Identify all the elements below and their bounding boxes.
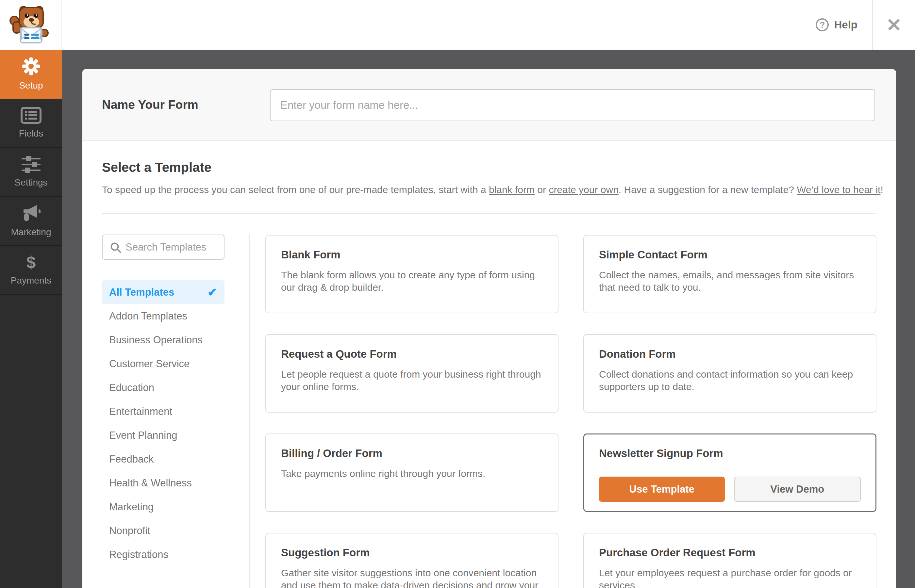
category-label: Addon Templates [109,310,187,322]
template-card-suggestion-form[interactable]: Suggestion Form Gather site visitor sugg… [265,533,558,588]
template-card-purchase-order-request-form[interactable]: Purchase Order Request Form Let your emp… [583,533,876,588]
suggest-template-link[interactable]: We’d love to hear it [797,184,880,195]
category-label: All Templates [109,286,174,298]
category-entertainment[interactable]: Entertainment [102,399,225,423]
blank-form-link[interactable]: blank form [489,184,535,195]
sidebar-item-settings[interactable]: Settings [0,148,62,197]
help-icon: ? [816,18,829,31]
wpforms-logo [0,0,62,50]
template-card-request-a-quote-form[interactable]: Request a Quote Form Let people request … [265,334,558,413]
category-education[interactable]: Education [102,376,225,399]
category-health-wellness[interactable]: Health & Wellness [102,471,225,495]
sidebar-item-label: Settings [15,178,47,188]
category-label: Feedback [109,454,154,465]
template-description: Let people request a quote from your bus… [281,368,543,393]
template-name: Simple Contact Form [599,248,861,262]
form-builder-screen: ? Help ✕ Setup [0,0,915,588]
template-card-actions: Use Template View Demo [599,477,861,502]
template-name: Purchase Order Request Form [599,546,861,560]
category-event-planning[interactable]: Event Planning [102,423,225,447]
category-label: Business Operations [109,334,203,346]
sidebar-item-label: Marketing [11,227,51,237]
megaphone-icon [21,204,41,223]
template-search [102,234,225,260]
template-name: Request a Quote Form [281,347,543,361]
intro-text: or [535,184,549,195]
category-business-operations[interactable]: Business Operations [102,328,225,352]
fields-list-icon [21,107,42,124]
category-registrations[interactable]: Registrations [102,543,225,567]
sidebar-item-label: Payments [11,275,52,286]
template-description: Collect the names, emails, and messages … [599,269,861,294]
template-card-newsletter-signup-form[interactable]: Newsletter Signup Form Use Template View… [583,433,876,512]
select-template-title: Select a Template [102,160,212,175]
select-template-intro: To speed up the process you can select f… [102,184,883,195]
sidebar-item-label: Fields [19,128,44,139]
category-all-templates[interactable]: All Templates ✔ [102,280,225,304]
section-divider [102,213,876,214]
category-feedback[interactable]: Feedback [102,447,225,471]
category-label: Education [109,382,154,394]
search-templates-input[interactable] [126,236,223,258]
form-name-input[interactable] [270,89,875,121]
category-label: Nonprofit [109,525,150,537]
template-name: Billing / Order Form [281,447,543,460]
view-demo-button[interactable]: View Demo [734,477,861,502]
close-icon: ✕ [886,15,902,36]
sidebar-item-fields[interactable]: Fields [0,99,62,148]
template-name: Suggestion Form [281,546,543,560]
help-label: Help [834,19,857,31]
sidebar-item-setup[interactable]: Setup [0,50,62,99]
setup-panel: Name Your Form Select a Template To spee… [82,69,896,588]
search-icon [110,242,121,254]
sidebar-item-payments[interactable]: $ Payments [0,246,62,295]
template-grid: Blank Form The blank form allows you to … [265,235,876,588]
category-label: Event Planning [109,430,178,441]
category-marketing[interactable]: Marketing [102,495,225,519]
sliders-icon [21,156,41,173]
use-template-button[interactable]: Use Template [599,477,725,502]
check-icon: ✔ [207,286,217,299]
wpforms-mascot-icon [9,5,52,45]
template-card-blank-form[interactable]: Blank Form The blank form allows you to … [265,235,558,313]
category-label: Health & Wellness [109,477,192,489]
close-builder-button[interactable]: ✕ [873,0,915,50]
builder-sidebar: Setup Fields Settings [0,50,62,588]
template-name: Donation Form [599,347,861,361]
template-name: Newsletter Signup Form [599,447,861,460]
category-label: Registrations [109,549,168,561]
intro-text: . Have a suggestion for a new template? [619,184,797,195]
template-categories: All Templates ✔ Addon Templates Business… [102,280,225,567]
template-description: The blank form allows you to create any … [281,269,543,294]
template-description: Take payments online right through your … [281,467,543,480]
category-customer-service[interactable]: Customer Service [102,352,225,376]
category-label: Marketing [109,501,154,513]
topbar: ? Help ✕ [0,0,915,50]
form-name-title: Name Your Form [102,98,198,112]
template-card-simple-contact-form[interactable]: Simple Contact Form Collect the names, e… [583,235,876,313]
intro-text: ! [880,184,883,195]
template-card-billing-order-form[interactable]: Billing / Order Form Take payments onlin… [265,433,558,512]
category-label: Entertainment [109,406,172,417]
category-nonprofit[interactable]: Nonprofit [102,519,225,543]
template-description: Collect donations and contact informatio… [599,368,861,393]
sidebar-item-label: Setup [19,80,43,91]
gear-icon [21,57,40,76]
create-your-own-link[interactable]: create your own [549,184,618,195]
help-button[interactable]: ? Help [816,0,857,50]
category-addon-templates[interactable]: Addon Templates [102,304,225,328]
template-name: Blank Form [281,248,543,262]
column-divider [249,234,250,588]
category-label: Customer Service [109,358,189,370]
template-card-donation-form[interactable]: Donation Form Collect donations and cont… [583,334,876,413]
form-name-section: Name Your Form [82,69,896,141]
template-description: Gather site visitor suggestions into one… [281,567,543,588]
sidebar-item-marketing[interactable]: Marketing [0,197,62,246]
dollar-icon: $ [26,254,36,271]
intro-text: To speed up the process you can select f… [102,184,489,195]
template-description: Let your employees request a purchase or… [599,567,861,588]
